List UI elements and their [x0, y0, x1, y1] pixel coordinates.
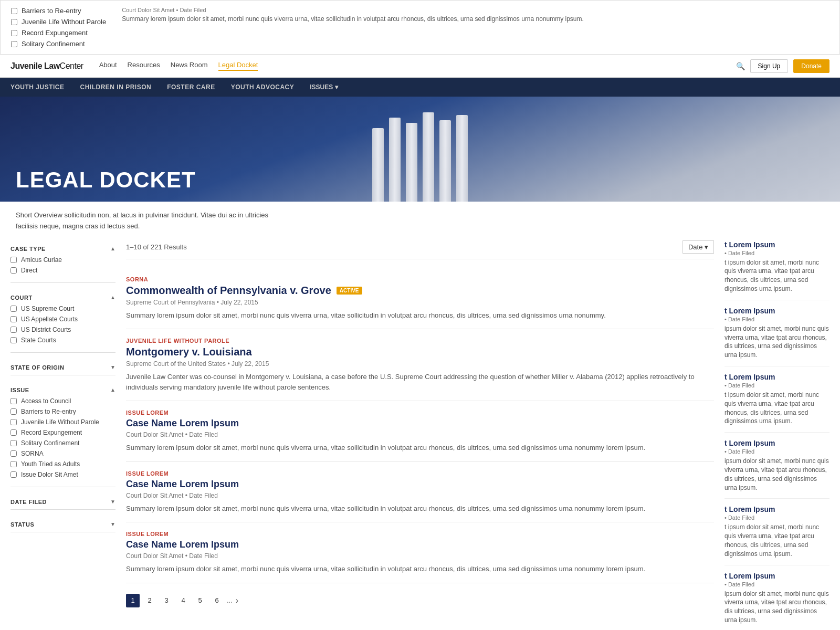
- filter-date-filed-label: Date Filed: [10, 499, 47, 505]
- checkbox-sorna[interactable]: [10, 450, 17, 457]
- right-card-meta: • Date Filed: [724, 581, 830, 587]
- case-title[interactable]: Case Name Lorem Ipsum: [126, 539, 239, 550]
- right-card-title[interactable]: t Lorem Ipsum: [724, 240, 830, 249]
- case-meta: Court Dolor Sit Amet • Date Filed: [126, 552, 714, 560]
- results-count: 1–10 of 221 Results: [126, 243, 187, 251]
- chevron-up-icon: ▲: [110, 295, 116, 300]
- nav-legal-docket[interactable]: Legal Docket: [218, 61, 258, 71]
- filter-item-barriers2[interactable]: Barriers to Re-entry: [10, 408, 116, 415]
- nav-youth-justice[interactable]: Youth Justice: [10, 83, 65, 91]
- dropdown-item-juvenile[interactable]: Juvenile Life Without Parole: [11, 18, 106, 26]
- filter-case-type-header[interactable]: Case Type ▲: [10, 240, 116, 256]
- nav-newsroom[interactable]: News Room: [171, 61, 208, 71]
- checkbox-district[interactable]: [10, 327, 17, 333]
- filter-item-supreme[interactable]: US Supreme Court: [10, 305, 116, 312]
- filter-item-solitary2[interactable]: Solitary Confinement: [10, 439, 116, 447]
- checkbox-barriers[interactable]: [11, 8, 17, 14]
- search-icon[interactable]: 🔍: [736, 62, 745, 70]
- case-title[interactable]: Commonwealth of Pennsylvania v. Grove: [126, 285, 331, 297]
- chevron-down-icon: ▼: [110, 364, 116, 370]
- right-card-text: t ipsum dolor sit amet, morbi nunc quis …: [724, 523, 830, 558]
- sort-button[interactable]: Date ▾: [682, 240, 714, 254]
- checkbox-solitary2[interactable]: [10, 440, 17, 446]
- right-card-text: ipsum dolor sit amet, morbi nunc quis vi…: [724, 457, 830, 492]
- filter-state-origin-header[interactable]: State of Origin ▼: [10, 359, 116, 375]
- filter-item-label: State Courts: [21, 337, 56, 344]
- case-title[interactable]: Case Name Lorem Ipsum: [126, 479, 239, 490]
- checkbox-barriers2[interactable]: [10, 408, 17, 415]
- page-2[interactable]: 2: [143, 594, 156, 607]
- hero-content: Legal Docket: [0, 159, 212, 202]
- filter-date-filed: Date Filed ▼: [10, 494, 116, 510]
- filter-item-issue-lorem[interactable]: Issue Dolor Sit Amet: [10, 471, 116, 478]
- case-title[interactable]: Case Name Lorem Ipsum: [126, 418, 239, 429]
- filter-item-youth-adults[interactable]: Youth Tried as Adults: [10, 460, 116, 468]
- right-card-title[interactable]: t Lorem Ipsum: [724, 439, 830, 447]
- filter-issue-header[interactable]: Issue ▲: [10, 382, 116, 397]
- case-meta: Court Dolor Sit Amet • Date Filed: [126, 431, 714, 438]
- right-card-title[interactable]: t Lorem Ipsum: [724, 572, 830, 580]
- filter-item-record2[interactable]: Record Expungement: [10, 429, 116, 436]
- checkbox-youth-adults[interactable]: [10, 461, 17, 467]
- filter-item-label: Juvenile Life Without Parole: [21, 418, 99, 426]
- dropdown-item-record[interactable]: Record Expungement: [11, 29, 106, 37]
- nav-foster-care[interactable]: Foster Care: [167, 83, 215, 91]
- hero-title: Legal Docket: [16, 169, 196, 191]
- pagination-next[interactable]: ›: [236, 596, 238, 605]
- checkbox-juvenile2[interactable]: [10, 419, 17, 425]
- page-3[interactable]: 3: [160, 594, 173, 607]
- dropdown-item-barriers[interactable]: Barriers to Re-entry: [11, 7, 106, 15]
- checkbox-appellate[interactable]: [10, 316, 17, 322]
- right-card-meta: • Date Filed: [724, 316, 830, 322]
- filter-item-appellate[interactable]: US Appellate Courts: [10, 316, 116, 323]
- right-card-4: t Lorem Ipsum • Date Filed t ipsum dolor…: [724, 505, 830, 565]
- checkbox-juvenile[interactable]: [11, 19, 17, 25]
- right-card-title[interactable]: t Lorem Ipsum: [724, 307, 830, 315]
- page-1[interactable]: 1: [126, 594, 140, 607]
- site-logo: Juvenile LawCenter: [10, 61, 83, 71]
- filter-item-council[interactable]: Access to Council: [10, 397, 116, 405]
- checkbox-state[interactable]: [10, 337, 17, 343]
- right-card-title[interactable]: t Lorem Ipsum: [724, 373, 830, 381]
- checkbox-supreme[interactable]: [10, 306, 17, 312]
- filter-item-direct[interactable]: Direct: [10, 267, 116, 274]
- column: [423, 112, 434, 202]
- filter-issue-items: Access to Council Barriers to Re-entry J…: [10, 397, 116, 487]
- page-6[interactable]: 6: [210, 594, 224, 607]
- case-card-0: SORNA Commonwealth of Pennsylvania v. Gr…: [126, 268, 714, 330]
- nav-resources[interactable]: Resources: [128, 61, 160, 71]
- checkbox-record2[interactable]: [10, 429, 17, 436]
- filter-state-origin-label: State of Origin: [10, 364, 64, 371]
- checkbox-direct[interactable]: [10, 267, 17, 274]
- filter-item-amicus[interactable]: Amicus Curiae: [10, 256, 116, 264]
- nav-about[interactable]: About: [99, 61, 117, 71]
- nav-issues[interactable]: Issues ▾: [310, 83, 338, 91]
- checkbox-solitary[interactable]: [11, 41, 17, 47]
- checkbox-issue-lorem[interactable]: [10, 471, 17, 478]
- dropdown-item-label: Barriers to Re-entry: [22, 7, 81, 15]
- filter-item-district[interactable]: US District Courts: [10, 326, 116, 333]
- case-summary: Juvenile Law Center was co-counsel in Mo…: [126, 372, 714, 392]
- case-card-1: Juvenile Life Without Parole Montgomery …: [126, 329, 714, 401]
- checkbox-council[interactable]: [10, 398, 17, 404]
- page-4[interactable]: 4: [176, 594, 190, 607]
- nav-youth-advocacy[interactable]: Youth Advocacy: [231, 83, 295, 91]
- checkbox-record[interactable]: [11, 30, 17, 36]
- filter-item-sorna[interactable]: SORNA: [10, 450, 116, 457]
- dropdown-item-solitary[interactable]: Solitary Confinement: [11, 40, 106, 48]
- case-tag: Issue Lorem: [126, 531, 714, 537]
- filter-court-items: US Supreme Court US Appellate Courts US …: [10, 305, 116, 352]
- filter-status-header[interactable]: Status ▼: [10, 516, 116, 532]
- filter-court-header[interactable]: Court ▲: [10, 289, 116, 305]
- sign-up-button[interactable]: Sign Up: [750, 59, 789, 73]
- checkbox-amicus[interactable]: [10, 257, 17, 263]
- nav-children-prison[interactable]: Children in Prison: [80, 83, 152, 91]
- right-card-meta: • Date Filed: [724, 514, 830, 521]
- donate-button[interactable]: Donate: [793, 59, 830, 73]
- page-5[interactable]: 5: [193, 594, 207, 607]
- case-title[interactable]: Montgomery v. Louisiana: [126, 346, 252, 358]
- filter-date-filed-header[interactable]: Date Filed ▼: [10, 494, 116, 509]
- filter-item-state[interactable]: State Courts: [10, 337, 116, 344]
- filter-item-juvenile2[interactable]: Juvenile Life Without Parole: [10, 418, 116, 426]
- right-card-title[interactable]: t Lorem Ipsum: [724, 505, 830, 513]
